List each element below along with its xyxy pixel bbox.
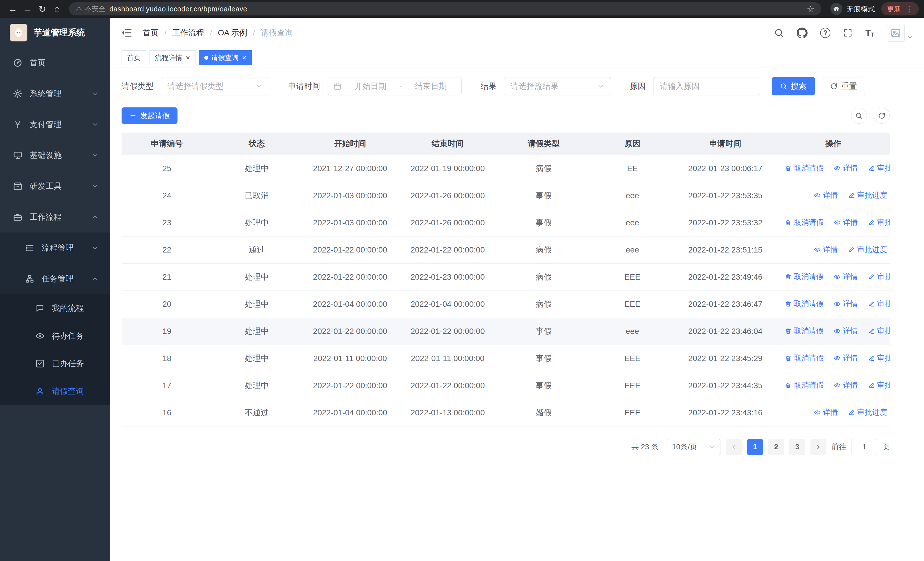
table-row[interactable]: 23 处理中 2022-01-03 00:00:00 2022-01-26 00… bbox=[122, 209, 890, 236]
detail-link[interactable]: 详情 bbox=[834, 163, 858, 173]
browser-home-button[interactable]: ⌂ bbox=[50, 2, 64, 16]
cancel-leave-link[interactable]: 取消请假 bbox=[785, 380, 824, 390]
page-size-select[interactable]: 10条/页 bbox=[667, 439, 721, 455]
github-icon[interactable] bbox=[797, 27, 808, 38]
cell-reason: EEE bbox=[591, 345, 674, 372]
table-row[interactable]: 21 处理中 2022-01-22 00:00:00 2022-01-23 00… bbox=[122, 263, 890, 290]
cancel-leave-label: 取消请假 bbox=[794, 326, 824, 336]
create-leave-button[interactable]: 发起请假 bbox=[122, 107, 177, 124]
sidebar-item-infra[interactable]: 基础设施 bbox=[0, 140, 110, 171]
apply-time-range-picker[interactable]: 开始日期 - 结束日期 bbox=[328, 77, 462, 95]
result-select[interactable]: 请选择流结果 bbox=[504, 77, 611, 95]
tab-leave-query[interactable]: 请假查询 × bbox=[199, 50, 252, 65]
page-button-1[interactable]: 1 bbox=[747, 439, 763, 455]
cancel-leave-link[interactable]: 取消请假 bbox=[785, 217, 824, 227]
close-icon[interactable]: × bbox=[186, 54, 190, 62]
prev-page-button[interactable] bbox=[726, 439, 742, 455]
browser-forward-button[interactable]: → bbox=[20, 2, 35, 16]
browser-back-button[interactable]: ← bbox=[5, 2, 20, 16]
detail-link[interactable]: 详情 bbox=[814, 190, 838, 200]
progress-link[interactable]: 审批进度 bbox=[868, 353, 890, 363]
table-row[interactable]: 25 处理中 2021-12-27 00:00:00 2022-01-19 00… bbox=[122, 155, 890, 182]
sidebar-item-task-management[interactable]: 任务管理 bbox=[0, 263, 110, 294]
cancel-leave-link[interactable]: 取消请假 bbox=[785, 326, 824, 336]
avatar bbox=[887, 24, 904, 42]
sidebar-item-devtools[interactable]: 研发工具 bbox=[0, 171, 110, 202]
tab-home[interactable]: 首页 bbox=[122, 50, 146, 65]
font-size-icon[interactable]: TT bbox=[865, 28, 874, 38]
leave-type-select[interactable]: 请选择请假类型 bbox=[161, 77, 269, 95]
detail-link[interactable]: 详情 bbox=[834, 272, 858, 282]
detail-link[interactable]: 详情 bbox=[834, 380, 858, 390]
user-menu[interactable] bbox=[887, 24, 913, 42]
refresh-table-button[interactable] bbox=[874, 108, 890, 124]
bookmark-star-icon[interactable]: ☆ bbox=[807, 4, 814, 14]
page-button-3[interactable]: 3 bbox=[789, 439, 805, 455]
toggle-search-button[interactable] bbox=[851, 108, 867, 124]
browser-update-button[interactable]: 更新 ⋮ bbox=[881, 2, 919, 15]
detail-link[interactable]: 详情 bbox=[814, 407, 838, 417]
table-row[interactable]: 20 处理中 2022-01-04 00:00:00 2022-01-04 00… bbox=[122, 290, 890, 317]
page-content: 请假类型 请选择请假类型 申请时间 开始日期 bbox=[110, 68, 924, 561]
progress-link[interactable]: 审批进度 bbox=[848, 245, 887, 254]
sidebar-item-done-tasks[interactable]: 已办任务 bbox=[0, 350, 110, 378]
page-button-2[interactable]: 2 bbox=[768, 439, 784, 455]
detail-link[interactable]: 详情 bbox=[834, 217, 858, 227]
reset-button[interactable]: 重置 bbox=[822, 77, 865, 95]
address-bar[interactable]: ⚠ 不安全 dashboard.yudao.iocoder.cn/bpm/oa/… bbox=[69, 2, 821, 15]
browser-refresh-button[interactable]: ↻ bbox=[35, 2, 50, 16]
close-icon[interactable]: × bbox=[242, 54, 246, 62]
progress-link[interactable]: 审批进度 bbox=[868, 272, 890, 282]
breadcrumb-home[interactable]: 首页 bbox=[142, 27, 159, 38]
progress-link[interactable]: 审批进度 bbox=[848, 190, 887, 200]
progress-link[interactable]: 审批进度 bbox=[868, 217, 890, 227]
progress-label: 审批进度 bbox=[877, 326, 890, 336]
breadcrumb-workflow[interactable]: 工作流程 bbox=[172, 27, 204, 38]
reason-input[interactable] bbox=[653, 77, 760, 95]
sidebar-item-todo-tasks[interactable]: 待办任务 bbox=[0, 322, 110, 350]
sidebar-item-label: 请假查询 bbox=[52, 386, 84, 397]
table-row[interactable]: 18 处理中 2022-01-11 00:00:00 2022-01-11 00… bbox=[122, 345, 890, 372]
app-logo[interactable]: 芋道管理系统 bbox=[0, 18, 110, 47]
goto-page-input[interactable] bbox=[852, 439, 877, 455]
table-row[interactable]: 24 已取消 2022-01-03 00:00:00 2022-01-26 00… bbox=[122, 182, 890, 209]
browser-menu-icon[interactable]: ⋮ bbox=[905, 4, 913, 14]
sidebar-item-system[interactable]: 系统管理 bbox=[0, 78, 110, 109]
table-row[interactable]: 17 处理中 2022-01-22 00:00:00 2022-01-22 00… bbox=[122, 372, 890, 399]
cancel-leave-link[interactable]: 取消请假 bbox=[785, 272, 824, 282]
cell-apply-time: 2022-01-22 23:46:04 bbox=[674, 317, 777, 345]
progress-link[interactable]: 审批进度 bbox=[868, 163, 890, 173]
detail-link[interactable]: 详情 bbox=[834, 353, 858, 363]
table-row[interactable]: 22 通过 2022-01-22 00:00:00 2022-01-22 00:… bbox=[122, 236, 890, 263]
detail-link[interactable]: 详情 bbox=[834, 326, 858, 336]
cell-status: 处理中 bbox=[212, 263, 302, 290]
sidebar-item-leave-query[interactable]: 请假查询 bbox=[0, 378, 110, 405]
search-button[interactable]: 搜索 bbox=[772, 77, 815, 95]
cancel-leave-link[interactable]: 取消请假 bbox=[785, 163, 824, 173]
sidebar-item-workflow[interactable]: 工作流程 bbox=[0, 202, 110, 233]
table-row[interactable]: 16 不通过 2022-01-04 00:00:00 2022-01-13 00… bbox=[122, 399, 890, 426]
sidebar-item-process-management[interactable]: 流程管理 bbox=[0, 233, 110, 263]
cancel-leave-link[interactable]: 取消请假 bbox=[785, 299, 824, 309]
search-icon[interactable] bbox=[774, 28, 784, 38]
collapse-sidebar-icon[interactable] bbox=[121, 27, 132, 39]
col-start-time: 开始时间 bbox=[302, 132, 399, 155]
progress-link[interactable]: 审批进度 bbox=[868, 326, 890, 336]
sidebar-item-home[interactable]: 首页 bbox=[0, 47, 110, 78]
progress-link[interactable]: 审批进度 bbox=[848, 407, 887, 417]
security-warning[interactable]: ⚠ 不安全 bbox=[76, 4, 106, 14]
fullscreen-icon[interactable] bbox=[843, 28, 853, 38]
sidebar-item-my-processes[interactable]: 我的流程 bbox=[0, 294, 110, 322]
detail-link[interactable]: 详情 bbox=[814, 245, 838, 254]
detail-link[interactable]: 详情 bbox=[834, 299, 858, 309]
cancel-leave-link[interactable]: 取消请假 bbox=[785, 353, 824, 363]
cell-status: 通过 bbox=[212, 236, 302, 263]
breadcrumb-oa-example[interactable]: OA 示例 bbox=[218, 27, 248, 38]
tab-process-detail[interactable]: 流程详情 × bbox=[150, 50, 195, 65]
next-page-button[interactable] bbox=[810, 439, 826, 455]
progress-link[interactable]: 审批进度 bbox=[868, 380, 890, 390]
table-row[interactable]: 19 处理中 2022-01-22 00:00:00 2022-01-22 00… bbox=[122, 317, 890, 345]
sidebar-item-payment[interactable]: ¥ 支付管理 bbox=[0, 109, 110, 140]
help-icon[interactable]: ? bbox=[820, 28, 830, 38]
progress-link[interactable]: 审批进度 bbox=[868, 299, 890, 309]
